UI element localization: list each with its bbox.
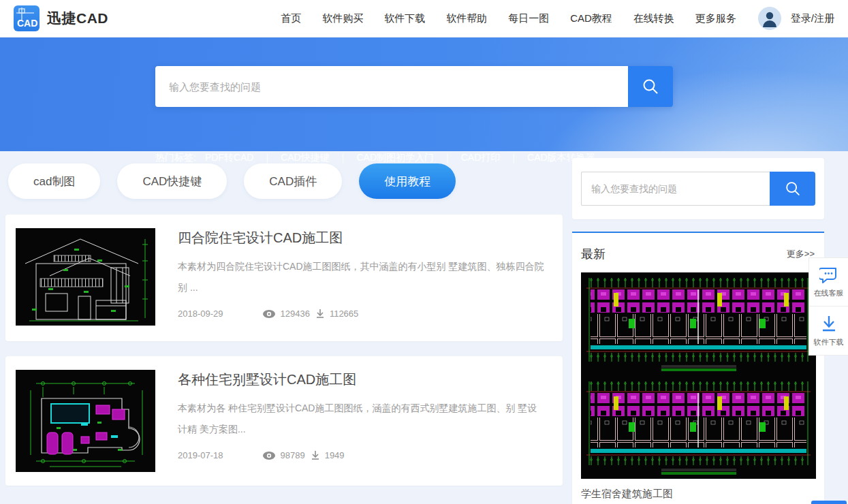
nav-item-download[interactable]: 软件下载 [384,12,425,25]
tag-separator: ｜ [509,152,518,164]
download-count-icon [311,450,320,460]
downloads-group: 112665 [315,309,358,319]
latest-item-caption[interactable]: 学生宿舍建筑施工图 [572,479,824,501]
logo[interactable]: CAD CAD 迅捷CAD [14,5,108,31]
login-register-link[interactable]: 登录/注册 [791,12,834,25]
online-service-label: 在线客服 [814,288,844,298]
account-area: 登录/注册 [758,7,834,30]
online-service-widget[interactable]: 在线客服 [808,257,848,306]
article-description: 本素材为各 种住宅别墅设计CAD施工图图纸，涵盖的有西式别墅建筑施工图、别 墅设… [178,398,546,440]
logo-cad-glyph: CAD [17,18,37,29]
software-download-widget[interactable]: 软件下载 [808,306,848,356]
floating-widgets: 在线客服 软件下载 [808,257,848,356]
nav-item-more-services[interactable]: 更多服务 [695,12,736,25]
tag-separator: ｜ [262,152,272,164]
article-thumbnail[interactable] [16,228,155,326]
downloads-count: 1949 [325,450,345,460]
latest-item-image[interactable] [581,272,816,479]
hero-search-button[interactable] [628,66,673,107]
views-count: 98789 [281,450,305,460]
latest-panel: 最新 更多>> [572,232,824,504]
download-icon [820,315,838,332]
hot-tag-print[interactable]: CAD打印 [461,152,501,164]
search-icon [784,180,802,198]
article-date: 2019-07-18 [178,450,223,460]
logo-cad-icon: CAD CAD [14,5,40,31]
downloads-group: 1949 [311,450,345,460]
article-card: 各种住宅别墅设计CAD施工图 本素材为各 种住宅别墅设计CAD施工图图纸，涵盖的… [5,356,563,486]
sidebar-search-input[interactable] [581,172,770,206]
hot-tags-row: 热门标签: PDF转CAD ｜ CAD快捷键 ｜ CAD制图初学入门 ｜ CAD… [155,152,595,164]
nav-item-home[interactable]: 首页 [281,12,301,25]
article-date: 2018-09-29 [178,309,223,319]
article-title[interactable]: 各种住宅别墅设计CAD施工图 [178,371,546,389]
chat-icon [819,266,838,283]
search-icon [641,77,660,96]
views-group: 129436 [262,309,310,319]
nav-item-daily-image[interactable]: 每日一图 [508,12,549,25]
article-title[interactable]: 四合院住宅设计CAD施工图 [178,229,546,247]
download-count-icon [315,309,325,319]
hero-search [155,66,673,107]
hot-tag-shortcuts[interactable]: CAD快捷键 [281,152,330,164]
latest-title: 最新 [581,246,606,262]
eye-icon [262,451,276,460]
article-card: 四合院住宅设计CAD施工图 本素材为四合院住宅设计CAD施工图图纸，其中涵盖的有… [5,215,563,341]
views-count: 129436 [281,309,310,319]
hot-tags-label: 热门标签: [155,152,196,164]
hot-tag-pdf2cad[interactable]: PDF转CAD [205,152,254,164]
nav-item-help[interactable]: 软件帮助 [446,12,487,25]
hero-search-input[interactable] [155,66,628,107]
avatar-icon[interactable] [758,7,781,30]
nav-item-buy[interactable]: 软件购买 [322,12,363,25]
main-nav: 首页 软件购买 软件下载 软件帮助 每日一图 CAD教程 在线转换 更多服务 [281,12,736,25]
article-thumbnail[interactable] [16,370,155,472]
downloads-count: 112665 [330,309,358,319]
filter-pills: cad制图 CAD快捷键 CAD插件 使用教程 [8,163,456,199]
nav-item-tutorials[interactable]: CAD教程 [570,12,612,25]
tag-separator: ｜ [339,152,348,164]
article-body: 各种住宅别墅设计CAD施工图 本素材为各 种住宅别墅设计CAD施工图图纸，涵盖的… [178,370,546,475]
article-body: 四合院住宅设计CAD施工图 本素材为四合院住宅设计CAD施工图图纸，其中涵盖的有… [178,228,546,330]
floating-widget-partial[interactable] [811,501,847,504]
hero-banner: 热门标签: PDF转CAD ｜ CAD快捷键 ｜ CAD制图初学入门 ｜ CAD… [0,37,848,151]
sidebar-search-button[interactable] [770,172,815,206]
views-group: 98789 [262,450,305,460]
eye-icon [262,309,276,319]
article-meta: 2018-09-29 129436 112665 [178,309,546,319]
top-navbar: CAD CAD 迅捷CAD 首页 软件购买 软件下载 软件帮助 每日一图 CAD… [0,0,848,37]
software-download-label: 软件下载 [814,337,844,347]
pill-cad-drawing[interactable]: cad制图 [8,163,100,199]
pill-cad-shortcuts[interactable]: CAD快捷键 [117,163,227,199]
article-meta: 2019-07-18 98789 1949 [178,450,546,460]
nav-item-online-convert[interactable]: 在线转换 [633,12,674,25]
latest-header: 最新 更多>> [572,233,824,272]
article-description: 本素材为四合院住宅设计CAD施工图图纸，其中涵盖的有小型别 墅建筑图、独栋四合院… [178,256,546,298]
logo-text: 迅捷CAD [47,9,108,28]
sidebar-search-card [572,158,824,219]
tag-separator: ｜ [443,152,452,164]
pill-cad-plugins[interactable]: CAD插件 [244,163,342,199]
hot-tag-beginner[interactable]: CAD制图初学入门 [356,152,434,164]
pill-tutorials-active[interactable]: 使用教程 [359,163,456,199]
